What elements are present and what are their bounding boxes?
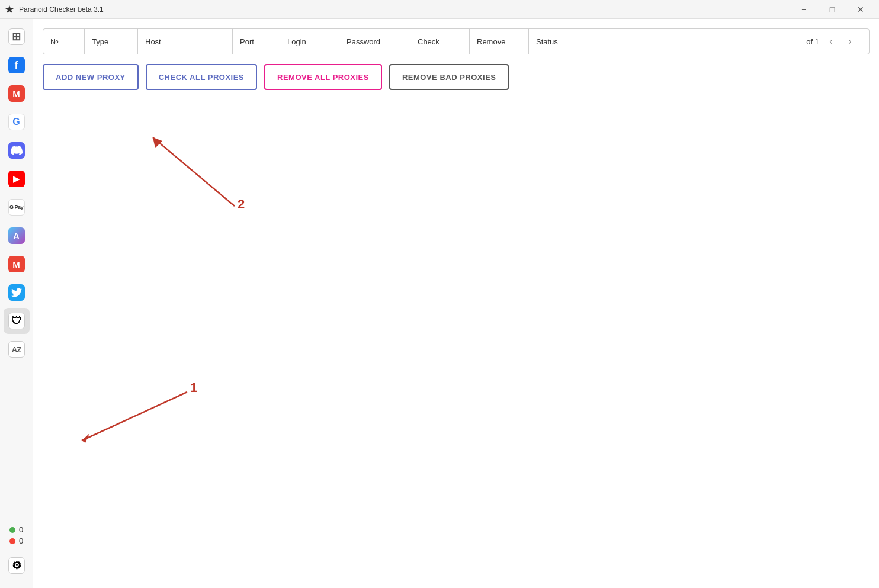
status-row-red: 0	[9, 536, 23, 545]
maximize-button[interactable]: □	[819, 0, 846, 19]
next-page-button[interactable]: ›	[843, 34, 857, 49]
remove-bad-proxies-button[interactable]: REMOVE BAD PROXIES	[389, 64, 509, 90]
svg-text:2: 2	[238, 197, 245, 211]
status-area: 0 0	[7, 520, 25, 550]
col-header-host: Host	[138, 29, 233, 54]
annotations-overlay: 1 2	[33, 19, 879, 588]
sidebar-item-gpay[interactable]: G Pay	[4, 194, 30, 220]
svg-marker-0	[5, 5, 14, 13]
col-header-remove: Remove	[470, 29, 529, 54]
sidebar-bottom: 0 0 ⚙	[4, 520, 30, 583]
sidebar-item-shield[interactable]: 🛡	[4, 308, 30, 334]
proxy-table-header: № Type Host Port Login Password Check Re…	[43, 28, 870, 54]
title-bar: Paranoid Checker beta 3.1 − □ ✕	[0, 0, 879, 19]
sidebar-item-gmail1[interactable]: M	[4, 81, 30, 107]
svg-line-1	[82, 392, 187, 441]
green-dot	[9, 527, 15, 533]
app-icon	[5, 5, 14, 14]
sidebar-item-twitter[interactable]	[4, 279, 30, 306]
col-header-password: Password	[339, 29, 410, 54]
sidebar-item-az[interactable]: AZ	[4, 336, 30, 362]
main-content: № Type Host Port Login Password Check Re…	[33, 19, 879, 588]
gmail2-icon: M	[8, 256, 25, 272]
check-all-proxies-button[interactable]: CHECK ALL PROXIES	[146, 64, 257, 90]
red-dot	[9, 538, 15, 544]
sidebar-item-gmail2[interactable]: M	[4, 251, 30, 277]
action-buttons: ADD NEW PROXY CHECK ALL PROXIES REMOVE A…	[43, 64, 870, 90]
window-controls: − □ ✕	[790, 0, 874, 19]
sidebar-item-discord[interactable]	[4, 137, 30, 163]
svg-marker-2	[82, 433, 89, 443]
svg-line-4	[153, 137, 235, 206]
green-count: 0	[19, 525, 23, 534]
col-header-port: Port	[233, 29, 280, 54]
sidebar-item-dashboard[interactable]: ⊞	[4, 24, 30, 50]
gpay-icon: G Pay	[8, 199, 25, 216]
sidebar-item-google[interactable]: G	[4, 109, 30, 135]
remove-all-proxies-button[interactable]: REMOVE ALL PROXIES	[264, 64, 382, 90]
close-button[interactable]: ✕	[847, 0, 874, 19]
pagination: of 1 ‹ ›	[806, 34, 862, 49]
col-header-status: Status of 1 ‹ ›	[529, 29, 869, 54]
sidebar-item-youtube[interactable]: ▶	[4, 166, 30, 192]
settings-icon: ⚙	[8, 557, 25, 574]
col-header-login: Login	[280, 29, 339, 54]
app-title: Paranoid Checker beta 3.1	[19, 5, 104, 14]
sidebar-item-facebook[interactable]: f	[4, 52, 30, 78]
status-row-green: 0	[9, 525, 23, 534]
twitter-icon	[8, 284, 25, 301]
title-bar-left: Paranoid Checker beta 3.1	[5, 5, 104, 14]
sidebar-item-settings[interactable]: ⚙	[4, 552, 30, 579]
google-icon: G	[8, 114, 25, 130]
shield-icon: 🛡	[8, 313, 25, 329]
gmail-icon: M	[8, 85, 25, 102]
facebook-icon: f	[8, 57, 25, 73]
col-header-check: Check	[410, 29, 470, 54]
astra-icon: A	[8, 227, 25, 244]
pagination-info: of 1	[806, 37, 819, 46]
sidebar-item-astra[interactable]: A	[4, 223, 30, 249]
youtube-icon: ▶	[8, 171, 25, 187]
app-body: ⊞ f M G ▶ G Pay	[0, 19, 879, 588]
svg-text:1: 1	[190, 380, 197, 395]
dashboard-icon: ⊞	[8, 28, 25, 45]
red-count: 0	[19, 536, 23, 545]
discord-icon	[8, 142, 25, 159]
add-new-proxy-button[interactable]: ADD NEW PROXY	[43, 64, 139, 90]
sidebar: ⊞ f M G ▶ G Pay	[0, 19, 33, 588]
minimize-button[interactable]: −	[790, 0, 817, 19]
svg-marker-5	[153, 137, 162, 148]
az-icon: AZ	[8, 341, 25, 358]
prev-page-button[interactable]: ‹	[824, 34, 838, 49]
col-header-no: №	[43, 29, 85, 54]
col-header-type: Type	[85, 29, 138, 54]
